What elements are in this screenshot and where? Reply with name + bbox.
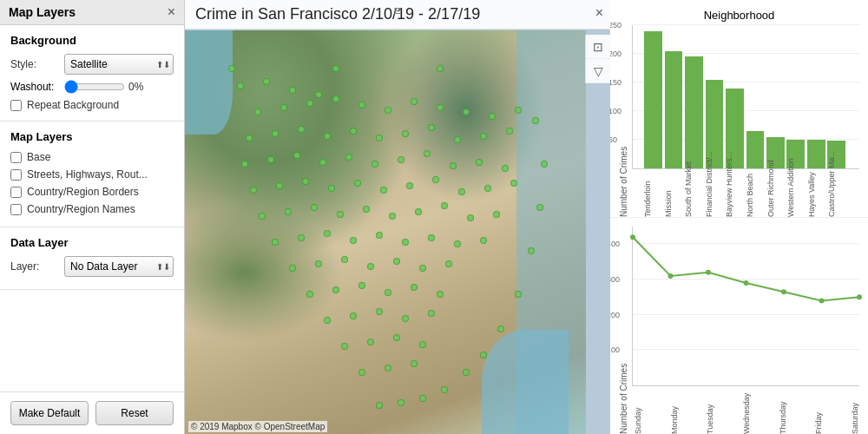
crime-dot — [263, 78, 270, 85]
crime-dot — [489, 113, 496, 120]
crime-dot — [298, 126, 305, 133]
crime-dot — [437, 104, 444, 111]
bar-chart-inner: Number of Crimes 50100150200250 Tenderlo… — [619, 25, 859, 217]
map-drag-handle[interactable]: ≡ — [393, 3, 401, 19]
line-gridline-label: 400 — [610, 240, 620, 248]
crime-dot — [350, 312, 357, 319]
line-x-labels: SundayMondayTuesdayWednesdayThursdayFrid… — [632, 386, 859, 434]
list-item: Country/Region Borders — [10, 185, 174, 199]
line-chart-dot — [744, 280, 749, 286]
bar-x-label: Western Addition — [786, 169, 807, 217]
map-background — [185, 30, 586, 434]
map-export-button[interactable]: ⊡ — [586, 35, 610, 59]
crime-dot — [532, 117, 539, 124]
map-water-tl — [185, 30, 233, 135]
crime-dot — [419, 395, 426, 402]
background-section: Background Style: Satellite Street Light… — [0, 25, 184, 122]
crime-dot — [276, 182, 283, 189]
right-panel: Neighborhood Number of Crimes 5010015020… — [610, 0, 868, 434]
bar-item[interactable] — [644, 31, 662, 168]
line-x-label: Wednesday — [742, 386, 751, 434]
bar-x-label: Financial District/... — [705, 169, 726, 217]
crime-dot — [228, 65, 235, 72]
line-x-label: Tuesday — [706, 386, 714, 434]
reset-button[interactable]: Reset — [95, 401, 174, 425]
style-select[interactable]: Satellite Street Light Dark — [64, 54, 174, 75]
panel-close-button[interactable]: × — [168, 5, 175, 19]
crime-dot — [389, 213, 396, 220]
style-select-wrapper: Satellite Street Light Dark ⬆⬇ — [64, 54, 174, 75]
crime-dot — [385, 365, 391, 372]
panel-footer: Make Default Reset — [0, 391, 184, 434]
line-chart-container: Number of Crimes 100200300400 SundayMond… — [610, 217, 868, 434]
bar-gridline-label: 50 — [610, 135, 617, 144]
crime-dot — [280, 104, 287, 111]
crime-dot — [385, 107, 391, 114]
crime-dot — [324, 230, 331, 237]
crime-dot — [398, 399, 404, 406]
crime-dot — [402, 239, 409, 246]
crime-dot — [350, 128, 357, 135]
line-chart-inner: Number of Crimes 100200300400 SundayMond… — [619, 227, 859, 434]
make-default-button[interactable]: Make Default — [10, 401, 89, 425]
line-x-label: Sunday — [634, 386, 642, 434]
crime-dot — [358, 369, 365, 376]
layer-names-checkbox[interactable] — [10, 204, 22, 215]
crime-dot — [458, 188, 465, 195]
crime-dot — [289, 265, 296, 272]
crime-dot — [463, 108, 470, 115]
bar-x-label: Castro/Upper Ma... — [827, 169, 848, 217]
bar-gridline-label: 200 — [610, 49, 621, 58]
data-layer-label: Layer: — [10, 260, 64, 273]
crime-dot — [341, 256, 348, 263]
crime-dot — [454, 136, 461, 143]
bar-item[interactable] — [685, 56, 703, 168]
layer-base-label: Base — [27, 151, 50, 163]
bar-grid: 50100150200250 — [632, 25, 859, 169]
bar-x-label: Outer Richmond — [766, 169, 787, 217]
map-area: Crime in San Francisco 2/10/19 - 2/17/19… — [185, 0, 610, 434]
bar-gridline: 250 — [633, 24, 859, 25]
crime-dot — [402, 315, 409, 322]
crime-dot — [358, 102, 365, 108]
layer-streets-checkbox[interactable] — [10, 169, 22, 181]
bar-item[interactable] — [665, 51, 683, 168]
washout-slider[interactable] — [64, 80, 125, 94]
crime-dot — [250, 187, 257, 194]
layer-borders-checkbox[interactable] — [10, 187, 22, 198]
line-chart-dot — [706, 270, 711, 275]
crime-dot — [411, 284, 418, 291]
background-section-title: Background — [10, 34, 174, 47]
map-layers-section: Map Layers Base Streets, Highways, Rout.… — [0, 122, 184, 227]
crime-dot — [415, 208, 422, 215]
crime-dot — [515, 291, 522, 298]
bar-item[interactable] — [807, 140, 825, 168]
repeat-bg-checkbox[interactable] — [10, 100, 22, 111]
map-layers-section-title: Map Layers — [10, 130, 174, 143]
line-gridline-label: 200 — [610, 311, 620, 319]
style-row: Style: Satellite Street Light Dark ⬆⬇ — [10, 54, 174, 75]
crime-dot — [441, 386, 448, 393]
crime-dot — [306, 100, 313, 107]
list-item: Base — [10, 150, 174, 164]
layer-base-checkbox[interactable] — [10, 152, 22, 163]
crime-dot — [376, 232, 383, 239]
bar-item[interactable] — [746, 131, 765, 168]
map-close-button[interactable]: × — [595, 5, 603, 21]
map-filter-button[interactable]: ▽ — [586, 59, 610, 83]
crime-dot — [315, 260, 322, 267]
crime-dot — [306, 291, 313, 298]
crime-dot — [536, 204, 543, 211]
crime-dot — [298, 234, 305, 241]
bar-x-label: North Beach — [746, 169, 766, 217]
crime-dot — [398, 156, 404, 163]
crime-dot — [315, 91, 322, 98]
crime-dot — [358, 282, 365, 289]
crime-dot — [528, 247, 535, 254]
data-layer-select[interactable]: No Data Layer — [64, 256, 174, 277]
crime-dot — [376, 135, 383, 141]
crime-dot — [311, 204, 318, 211]
crime-dot — [367, 263, 374, 270]
crime-dot — [380, 187, 387, 194]
crime-dot — [467, 214, 474, 221]
